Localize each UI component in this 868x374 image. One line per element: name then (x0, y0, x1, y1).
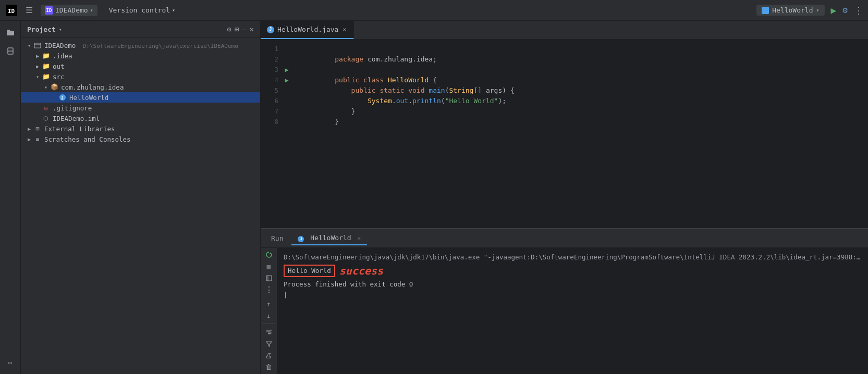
project-icon: ID (45, 6, 53, 15)
tree-item-iml[interactable]: ▶ ⬡ IDEADemo.iml (21, 113, 260, 123)
tab-filename: HelloWorld.java (277, 26, 338, 33)
run-toolbar-more-icon[interactable]: ⋮ (263, 285, 275, 295)
restore-button[interactable] (263, 273, 275, 283)
bottom-content: ■ ⋮ ↑ ↓ (261, 248, 868, 374)
debug-icon[interactable]: ⚙ (842, 5, 848, 15)
code-line-3: public class HelloWorld { (294, 65, 864, 75)
sidebar-icon-bookmarks[interactable] (3, 44, 18, 58)
project-panel-header: Project ▾ ⚙ ⊞ — ✕ (21, 21, 260, 38)
src-icon: 📁 (42, 72, 50, 81)
sidebar-icon-folder[interactable] (3, 25, 18, 40)
gutter-6 (282, 96, 292, 106)
svg-rect-6 (266, 276, 272, 281)
tree-item-out[interactable]: ▶ 📁 out (21, 61, 260, 71)
sidebar-icon-more[interactable]: ⋯ (3, 355, 18, 370)
code-content[interactable]: package com.zhulang.idea; public class H… (292, 40, 868, 228)
tree-item-idea[interactable]: ▶ 📁 .idea (21, 51, 260, 61)
idea-label: .idea (53, 52, 72, 60)
soft-wrap-button[interactable] (263, 327, 275, 336)
root-icon (33, 41, 42, 49)
version-control-btn[interactable]: Version control ▾ (106, 5, 178, 16)
editor-tabs: J HelloWorld.java ✕ (261, 21, 868, 40)
run-config-selector[interactable]: HelloWorld ▾ (756, 5, 824, 16)
helloworld-icon: J (58, 93, 67, 102)
line-numbers: 1 2 3 4 5 6 7 8 (261, 40, 282, 228)
project-panel-dropdown-icon[interactable]: ▾ (59, 27, 62, 32)
code-line-1: package com.zhulang.idea; (294, 44, 864, 54)
run-config-dropdown-icon: ▾ (816, 7, 819, 13)
version-control-dropdown-icon: ▾ (172, 7, 175, 13)
success-label: success (339, 266, 383, 276)
project-panel: Project ▾ ⚙ ⊞ — ✕ ▾ IDEADemo D:\Software… (21, 21, 261, 374)
bottom-tab-helloworld-label: HelloWorld (310, 234, 351, 242)
tree-item-root[interactable]: ▾ IDEADemo D:\SoftwareEngineering\java\e… (21, 40, 260, 51)
tree-item-src[interactable]: ▾ 📁 src (21, 71, 260, 82)
bottom-tab-helloworld[interactable]: J HelloWorld ✕ (291, 232, 367, 245)
scratches-icon: ≡ (33, 135, 42, 143)
root-arrow: ▾ (25, 43, 33, 48)
clear-button[interactable]: 🗑 (263, 363, 275, 372)
collapse-icon[interactable]: — (242, 25, 246, 33)
scratches-label: Scratches and Consoles (44, 135, 131, 143)
bottom-tab-run[interactable]: Run (265, 232, 289, 244)
scroll-up-button[interactable]: ↑ (263, 299, 275, 308)
out-label: out (53, 63, 65, 70)
app-logo: ID (4, 3, 19, 18)
settings-cog-icon[interactable]: ⚙ (227, 25, 231, 33)
top-toolbar: ID ☰ ID IDEADemo ▾ Version control ▾ Hel… (0, 0, 868, 21)
svg-rect-3 (34, 43, 41, 48)
gutter-2 (282, 54, 292, 65)
out-arrow: ▶ (33, 64, 42, 69)
run-config-name: HelloWorld (772, 6, 813, 14)
project-selector[interactable]: ID IDEADemo ▾ (41, 5, 97, 16)
tree-item-package[interactable]: ▾ 📦 com.zhulang.idea (21, 82, 260, 92)
tree-item-external-libs[interactable]: ▶ ⊞ External Libraries (21, 123, 260, 134)
project-panel-title: Project (27, 26, 56, 33)
tree-item-scratches[interactable]: ▶ ≡ Scratches and Consoles (21, 134, 260, 144)
bottom-tab-close-icon[interactable]: ✕ (357, 235, 361, 242)
helloworld-label: HelloWorld (69, 94, 108, 102)
project-dropdown-icon: ▾ (90, 7, 93, 13)
run-toolbar: ■ ⋮ ↑ ↓ (261, 248, 277, 374)
rerun-button[interactable] (263, 250, 275, 259)
run-button[interactable]: ▶ (831, 5, 837, 16)
bottom-panel: Run J HelloWorld ✕ (261, 228, 868, 374)
code-editor[interactable]: 1 2 3 4 5 6 7 8 ▶ ▶ (261, 40, 868, 228)
svg-text:J: J (61, 96, 64, 101)
gutter-3[interactable]: ▶ (282, 65, 292, 75)
scratches-arrow: ▶ (25, 136, 33, 142)
print-button[interactable]: 🖨 (263, 351, 275, 360)
filter-button[interactable] (263, 339, 275, 348)
gitignore-label: .gitignore (53, 104, 92, 112)
more-options-icon[interactable]: ⋮ (854, 5, 864, 16)
svg-text:ID: ID (8, 8, 15, 15)
run-gutters: ▶ ▶ (282, 40, 292, 228)
idea-arrow: ▶ (33, 53, 42, 59)
src-arrow: ▾ (33, 74, 42, 80)
editor-area: J HelloWorld.java ✕ 1 2 3 4 5 6 7 8 (261, 21, 868, 374)
tree-item-helloworld[interactable]: ▶ J HelloWorld (21, 92, 260, 103)
stop-button[interactable]: ■ (263, 261, 275, 271)
bottom-tab-run-label: Run (271, 234, 283, 242)
gitignore-icon: ◎ (42, 104, 50, 112)
main-area: ⋯ Project ▾ ⚙ ⊞ — ✕ ▾ IDEADemo D:\So (0, 21, 868, 374)
tree-item-gitignore[interactable]: ▶ ◎ .gitignore (21, 103, 260, 113)
console-output-line: Hello World success (284, 265, 862, 277)
console-area[interactable]: D:\SoftwareEngineering\java\jdk\jdk17\bi… (277, 248, 868, 374)
external-libs-arrow: ▶ (25, 126, 33, 132)
console-command-line: D:\SoftwareEngineering\java\jdk\jdk17\bi… (284, 252, 862, 263)
gutter-1 (282, 44, 292, 54)
gutter-4[interactable]: ▶ (282, 75, 292, 85)
hamburger-menu-icon[interactable]: ☰ (22, 3, 36, 18)
run-config-icon (762, 7, 769, 14)
tab-close-button[interactable]: ✕ (341, 26, 347, 33)
out-icon: 📁 (42, 62, 50, 70)
iml-label: IDEADemo.iml (53, 115, 100, 122)
panel-close-icon[interactable]: ✕ (250, 25, 254, 33)
scroll-down-button[interactable]: ↓ (263, 311, 275, 320)
gutter-5 (282, 85, 292, 96)
expand-icon[interactable]: ⊞ (235, 25, 239, 33)
editor-tab-helloworld[interactable]: J HelloWorld.java ✕ (261, 21, 354, 39)
code-line-7: } (294, 106, 864, 117)
hello-world-output: Hello World (284, 265, 335, 277)
